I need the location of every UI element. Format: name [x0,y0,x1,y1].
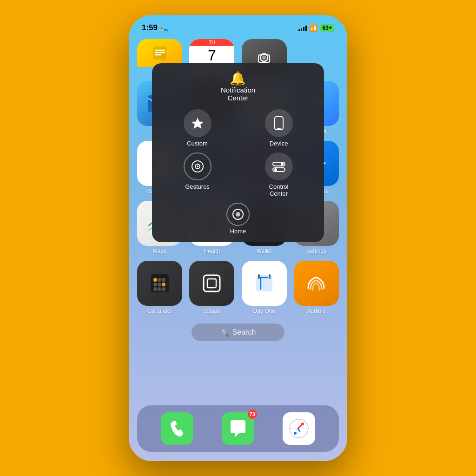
svg-rect-58 [258,274,260,279]
search-icon: 🔍 [220,328,230,337]
app-calculator[interactable]: Calculator [137,261,182,314]
app-settings-label: Settings [306,248,326,254]
app-dayone[interactable]: Day One [242,261,287,314]
app-audible-label: Audible [307,308,325,314]
cal-date: 7 [208,48,216,63]
svg-point-54 [162,287,165,291]
svg-rect-59 [269,274,271,279]
wifi-icon: 📶 [310,24,317,32]
app-calculator-label: Calculator [147,308,172,314]
menu-home-row: Home [159,203,317,235]
signal-icon [298,25,307,31]
app-row-4: Calculator Square [137,261,339,314]
background: 1:59 🛌 📶 63+ [0,0,476,476]
menu-item-gestures[interactable]: Gestures [159,152,235,197]
svg-rect-7 [262,53,266,55]
dock: 73 [137,405,339,452]
battery-badge: 63+ [320,24,334,32]
svg-point-48 [162,278,165,282]
menu-gestures-label: Gestures [185,183,210,190]
app-maps-label: Maps [153,248,166,254]
app-square[interactable]: Square [189,261,234,314]
svg-point-15 [281,163,284,165]
svg-point-46 [153,278,157,282]
svg-rect-56 [207,279,216,288]
svg-point-63 [301,423,304,425]
app-audible[interactable]: Audible [294,261,339,314]
dock-messages[interactable]: 73 [222,412,254,445]
menu-home-button[interactable] [226,203,250,226]
cal-day-label: TU [189,39,234,46]
svg-point-53 [158,287,161,291]
status-bar: 1:59 🛌 📶 63+ [129,15,347,35]
dock-safari[interactable] [283,412,315,445]
svg-point-64 [294,432,297,435]
status-time: 1:59 [142,23,158,33]
search-bar[interactable]: 🔍 Search [192,324,284,341]
search-label: Search [232,328,256,337]
svg-point-5 [262,56,266,60]
svg-point-52 [153,287,157,291]
app-health-label: Health [204,248,220,254]
svg-point-17 [274,168,277,171]
svg-rect-9 [275,117,283,130]
menu-item-custom[interactable]: Custom [159,109,235,147]
home-screen: TU 7 🔔 NotificationCenter [129,35,347,314]
menu-home-label: Home [230,228,246,235]
svg-marker-8 [192,118,204,129]
menu-top-section: 🔔 NotificationCenter [159,71,317,102]
sleep-icon: 🛌 [160,24,168,32]
app-dayone-label: Day One [253,308,275,314]
phone-frame: 1:59 🛌 📶 63+ [129,15,347,461]
svg-point-51 [162,283,165,286]
menu-device-label: Device [270,140,288,147]
menu-title: NotificationCenter [221,86,255,102]
svg-rect-55 [204,275,220,291]
menu-item-control-center[interactable]: ControlCenter [241,152,317,197]
app-wallet-label: Wallet [257,248,272,254]
menu-control-center-label: ControlCenter [269,183,289,197]
menu-grid: Custom Device Gestures [159,109,317,197]
svg-point-13 [197,165,198,167]
context-menu: 🔔 NotificationCenter Custom [152,63,324,242]
svg-point-47 [158,278,161,282]
svg-point-49 [153,283,157,286]
menu-custom-label: Custom [187,140,208,147]
messages-badge: 73 [248,410,257,419]
bell-icon: 🔔 [230,71,246,86]
svg-point-50 [158,283,161,286]
dock-phone[interactable] [161,412,193,445]
svg-point-19 [236,212,240,217]
status-icons: 📶 63+ [298,24,334,32]
menu-item-device[interactable]: Device [241,109,317,147]
app-square-label: Square [203,308,221,314]
